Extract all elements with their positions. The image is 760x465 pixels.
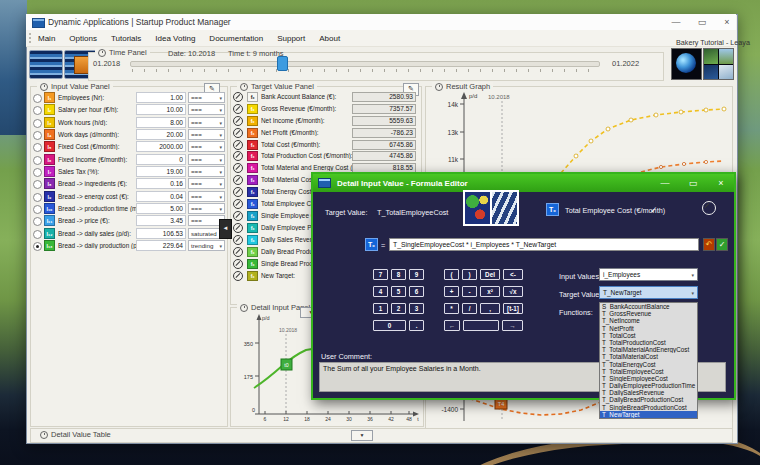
edit-formula-icon[interactable]: [233, 163, 243, 173]
edit-formula-icon[interactable]: [233, 247, 243, 257]
input-mode-dropdown[interactable]: ===▾: [188, 191, 225, 202]
keypad-key[interactable]: /: [462, 303, 477, 314]
keypad-key[interactable]: ): [462, 269, 477, 280]
keypad-key[interactable]: 6: [409, 286, 424, 297]
earth-thumbnail-button[interactable]: [671, 48, 702, 80]
list-item[interactable]: T_NetIncome: [600, 317, 697, 324]
detail-value-table-expand-button[interactable]: ▼: [351, 430, 373, 441]
menu-item-documentation[interactable]: Documentation: [209, 34, 263, 43]
input-radio[interactable]: [33, 119, 42, 128]
input-value-field[interactable]: 5.00: [136, 203, 186, 214]
input-value-field[interactable]: 0: [136, 154, 186, 165]
input-radio[interactable]: [33, 156, 42, 165]
list-item[interactable]: T_TotalCost: [600, 332, 697, 339]
input-mode-dropdown[interactable]: ===▾: [188, 203, 225, 214]
apply-formula-button[interactable]: ✓: [716, 238, 728, 251]
list-item[interactable]: T_DailyBreadProductionCost: [600, 396, 697, 403]
input-radio-selected[interactable]: [33, 242, 42, 251]
input-value-field[interactable]: 20.00: [136, 129, 186, 140]
keypad-key[interactable]: Del: [480, 269, 500, 280]
keypad-key[interactable]: x²: [480, 286, 500, 297]
list-item[interactable]: T_DailyEmployeeProductionTime: [600, 382, 697, 389]
undo-button[interactable]: ↶: [703, 238, 715, 251]
keypad-key[interactable]: +: [444, 286, 459, 297]
edit-formula-icon[interactable]: [233, 259, 243, 269]
edit-formula-icon[interactable]: [233, 211, 243, 221]
list-item[interactable]: T_SingleBreadProductionCost: [600, 404, 697, 411]
edit-formula-icon[interactable]: [233, 271, 243, 281]
menu-item-main[interactable]: Main: [38, 34, 55, 43]
input-radio[interactable]: [33, 106, 42, 115]
input-value-field[interactable]: 1.00: [136, 92, 186, 103]
list-item[interactable]: T_TotalEnergyCost: [600, 361, 697, 368]
keypad-key[interactable]: 2: [391, 303, 406, 314]
input-mode-dropdown[interactable]: ===▾: [188, 129, 225, 140]
input-value-field[interactable]: 8.00: [136, 117, 186, 128]
menu-item-idea-voting[interactable]: Idea Voting: [155, 34, 195, 43]
keypad-key[interactable]: ←: [444, 320, 460, 331]
edit-formula-icon[interactable]: [233, 116, 243, 126]
target-values-dropdown[interactable]: T_NewTarget▾: [599, 286, 698, 299]
keypad-key[interactable]: (: [444, 269, 459, 280]
list-item[interactable]: T_TotalMaterialAndEnergyCost: [600, 346, 697, 353]
list-item-selected[interactable]: T_NewTarget: [600, 411, 697, 418]
menu-item-support[interactable]: Support: [277, 34, 305, 43]
input-value-field[interactable]: 3.45: [136, 215, 186, 226]
input-value-field[interactable]: 19.00: [136, 166, 186, 177]
list-item[interactable]: T_DailySalesRevenue: [600, 389, 697, 396]
formula-input[interactable]: T_SingleEmployeeCost * i_Employees * T_N…: [389, 238, 699, 251]
input-values-dropdown[interactable]: i_Employees▾: [599, 268, 698, 281]
list-item[interactable]: T_GrossRevenue: [600, 310, 697, 317]
edit-formula-icon[interactable]: [233, 140, 243, 150]
keypad-key[interactable]: →: [502, 320, 523, 331]
keypad-key[interactable]: 8: [391, 269, 406, 280]
input-radio[interactable]: [33, 217, 42, 226]
keypad-key[interactable]: 1: [373, 303, 388, 314]
input-value-field[interactable]: 106.53: [136, 228, 186, 239]
input-value-field[interactable]: 2000.00: [136, 141, 186, 152]
input-value-field[interactable]: 0.16: [136, 178, 186, 189]
input-mode-dropdown[interactable]: ===▾: [188, 154, 225, 165]
input-radio[interactable]: [33, 205, 42, 214]
input-radio[interactable]: [33, 168, 42, 177]
keypad-key[interactable]: *: [444, 303, 459, 314]
keypad-key[interactable]: 9: [409, 269, 424, 280]
edit-formula-icon[interactable]: [233, 151, 243, 161]
keypad-key[interactable]: 5: [391, 286, 406, 297]
window-close-button[interactable]: ×: [719, 17, 735, 28]
edit-formula-icon[interactable]: [233, 199, 243, 209]
input-radio[interactable]: [33, 131, 42, 140]
input-mode-dropdown[interactable]: ===▾: [188, 141, 225, 152]
input-value-field[interactable]: 0.04: [136, 191, 186, 202]
edit-formula-icon[interactable]: [233, 104, 243, 114]
photo-grid-thumbnail-button[interactable]: [703, 48, 734, 80]
keypad-key[interactable]: 0: [373, 320, 406, 331]
edit-formula-icon[interactable]: [233, 235, 243, 245]
edit-formula-icon[interactable]: [233, 92, 243, 102]
input-radio[interactable]: [33, 230, 42, 239]
keypad-key[interactable]: 7: [373, 269, 388, 280]
edit-target-icon[interactable]: [702, 201, 716, 215]
keypad-key[interactable]: ,: [480, 303, 500, 314]
keypad-key[interactable]: <-: [503, 269, 523, 280]
input-mode-dropdown[interactable]: ===▾: [188, 104, 225, 115]
menu-item-about[interactable]: About: [319, 34, 340, 43]
input-mode-dropdown[interactable]: ===▾: [188, 117, 225, 128]
keypad-key[interactable]: -: [462, 286, 477, 297]
input-mode-dropdown[interactable]: ===▾: [188, 178, 225, 189]
input-radio[interactable]: [33, 94, 42, 103]
toolbar-scenario-button[interactable]: [29, 50, 63, 79]
panel-splitter-button[interactable]: ◄: [219, 219, 232, 239]
list-item[interactable]: T_TotalMaterialCost: [600, 353, 697, 360]
window-maximize-button[interactable]: ▭: [694, 17, 710, 28]
input-value-field[interactable]: 229.64: [136, 240, 186, 251]
edit-formula-icon[interactable]: [233, 187, 243, 197]
window-minimize-button[interactable]: —: [668, 17, 684, 28]
dialog-minimize-button[interactable]: —: [657, 177, 673, 189]
menu-item-options[interactable]: Options: [69, 34, 97, 43]
list-item[interactable]: S_BankAccountBalance: [600, 303, 697, 310]
keypad-key[interactable]: [t-1]: [503, 303, 523, 314]
menu-item-tutorials[interactable]: Tutorials: [111, 34, 141, 43]
keypad-key-space[interactable]: [463, 320, 499, 331]
edit-formula-icon[interactable]: [233, 128, 243, 138]
